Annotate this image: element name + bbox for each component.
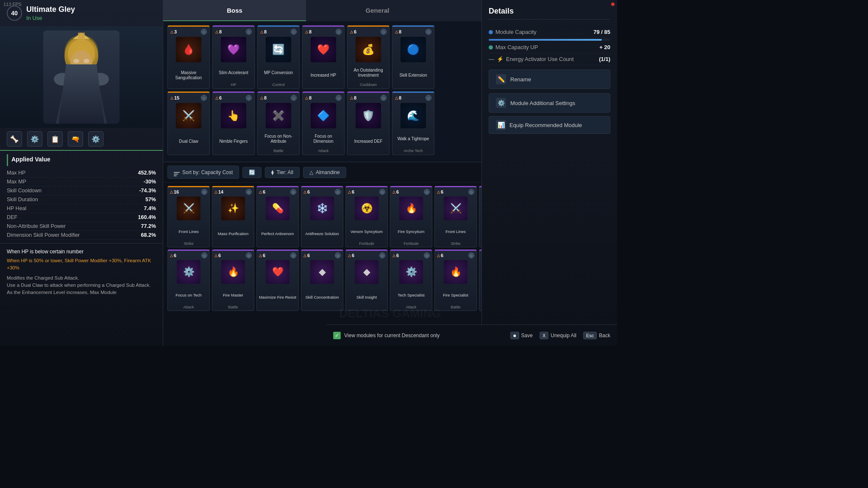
module-level: △ 3 [170, 29, 177, 35]
rename-button[interactable]: ✏️ Rename [489, 69, 610, 89]
avail-icon: 💊 [266, 197, 289, 220]
equip-recommend-label: Equip Recommended Module [509, 122, 582, 128]
avail-socket-icon: ◇ [468, 252, 474, 258]
tier-button[interactable]: ⧫ Tier: All [265, 167, 300, 178]
tier-icon: ⧫ [271, 169, 274, 175]
module-card[interactable]: △ 8 ◇ 🛡️ Increased DEF [347, 92, 389, 155]
weapon-icon-2[interactable]: ⚙️ [27, 131, 42, 147]
avail-socket-icon: ◇ [424, 189, 430, 195]
equip-recommended-button[interactable]: 📊 Equip Recommended Module [489, 116, 610, 134]
level-arrow-icon: △ [350, 30, 353, 34]
stat-name: Non-Attribute Skill Power [7, 223, 66, 229]
module-card[interactable]: △ 6 ◇ 👆 Nimble Fingers [212, 92, 255, 155]
level-number: 3 [174, 29, 177, 34]
avail-icon: ⚙️ [177, 260, 200, 284]
level-arrow-icon: △ [260, 96, 263, 100]
level-number: 8 [264, 95, 267, 100]
svg-marker-7 [77, 79, 86, 92]
stat-row: Skill Cooldown-74.3% [7, 186, 156, 195]
module-icon: 🌊 [401, 103, 426, 128]
available-module-card[interactable]: △ 14 ◇ ✨ Mass Purification [212, 186, 254, 247]
available-module-card[interactable]: △ 6 ◇ ◆ Skill Insight [345, 250, 388, 311]
max-capacity-label: Max Capacity UP [489, 44, 538, 50]
unequip-all-action[interactable]: X Unequip All [540, 332, 576, 339]
module-card[interactable]: △ 8 ◇ 🔄 MP Conversion Control [257, 25, 300, 89]
module-card[interactable]: △ 8 ◇ 💜 Stim Accelerant HP [212, 25, 255, 89]
level-arrow-icon: △ [170, 30, 173, 34]
weapon-icon-4[interactable]: 🔫 [68, 131, 83, 147]
weapon-icons-row: 🦴 ⚙️ 📋 🔫 ⚙️ [0, 128, 163, 150]
capacity-fill [489, 39, 602, 41]
module-level: △ 8 [305, 95, 312, 101]
weapon-icon-3[interactable]: 📋 [47, 131, 63, 147]
back-label: Back [599, 333, 610, 338]
available-module-card[interactable]: △ 16 ◇ ⚔️ Front Lines Strike [167, 186, 210, 247]
module-card[interactable]: △ 15 ◇ ⚔️ Dual Claw [167, 92, 210, 155]
sort-button[interactable]: Sort by: Capacity Cost [167, 166, 239, 179]
weapon-icon-5[interactable]: ⚙️ [88, 131, 103, 147]
avail-socket-icon: ◇ [379, 189, 385, 195]
available-module-card[interactable]: △ 6 ◇ ☣️ Venom Syncytium Fortitude [345, 186, 388, 247]
avail-icon: ⚔️ [177, 197, 200, 220]
available-module-card[interactable]: △ 6 ◇ ⚙️ Tech Specialist Attack [390, 250, 432, 311]
avail-arrow-icon: △ [392, 253, 395, 258]
character-level: 40 [7, 6, 22, 21]
module-card[interactable]: △ 8 ◇ 🔷 Focus on Dimension Attack [302, 92, 345, 155]
socket-icon: ◇ [426, 29, 431, 35]
available-module-card[interactable]: △ 6 ◇ ◆ Skill Concentration [301, 250, 343, 311]
available-module-card[interactable]: △ 6 ◇ 💊 Perfect Antivenom [256, 186, 299, 247]
stat-value: -74.3% [139, 188, 156, 194]
checkbox-item[interactable]: ✓ View modules for current Descendant on… [333, 332, 440, 339]
module-type: Control [272, 83, 284, 87]
available-module-card[interactable]: △ 6 ◇ ⚙️ Focus on Tech Attack [167, 250, 210, 311]
available-module-card[interactable]: △ 6 ◇ ❄️ Antifreeze Solution [301, 186, 343, 247]
weapon-icon-1[interactable]: 🦴 [7, 131, 22, 147]
checkbox[interactable]: ✓ [333, 332, 341, 339]
energy-activator-row: — ⚡ Energy Activator Use Count (1/1) [489, 53, 610, 65]
available-module-card[interactable]: △ 6 ◇ 🔥 Fire Syncytium Fortitude [390, 186, 432, 247]
avail-level-num: 6 [307, 189, 310, 194]
module-name: Skill Extension [399, 64, 427, 87]
module-icon: 🔷 [311, 103, 336, 128]
in-use-label: In Use [26, 15, 75, 21]
available-module-card[interactable]: △ 6 ◇ 🔥 Fire Master Battle [212, 250, 254, 311]
module-card-header: △ 8 ◇ [259, 94, 298, 101]
sort-label: Sort by: Capacity Cost [182, 169, 233, 175]
refresh-button[interactable]: 🔄 [242, 167, 262, 178]
module-card[interactable]: △ 8 ◇ ❤️ Increased HP [302, 25, 345, 89]
available-module-card[interactable]: △ 6 ◇ 🔥 Fire Specialist Battle [434, 250, 477, 311]
tab-general[interactable]: General [306, 0, 449, 21]
back-action[interactable]: Esc Back [583, 332, 610, 339]
rename-label: Rename [510, 76, 531, 83]
svg-point-9 [83, 59, 89, 63]
module-card[interactable]: △ 8 ◇ 🔵 Skill Extension [392, 25, 434, 89]
fps-counter: 113 FPS [3, 2, 22, 7]
save-action[interactable]: ■ Save [510, 332, 533, 339]
module-card[interactable]: △ 8 ◇ ✖️ Focus on Non-Attribute Battle [257, 92, 300, 155]
module-additional-button[interactable]: ⚙️ Module Additional Settings [489, 93, 610, 113]
available-module-card[interactable]: △ 6 ◇ ⚔️ Front Lines Strike [434, 186, 477, 247]
details-title: Details [489, 7, 610, 19]
avail-icon: ◆ [355, 260, 378, 284]
module-type: Battle [273, 149, 283, 153]
module-icon: 🔄 [266, 37, 291, 62]
avail-level-num: 6 [441, 189, 443, 194]
module-name: An Outstanding Investment [349, 64, 387, 82]
module-level: △ 6 [215, 95, 222, 101]
module-card-header: △ 8 ◇ [304, 94, 342, 101]
avail-level-num: 6 [174, 253, 176, 258]
avail-level: △ 6 [170, 252, 176, 258]
portrait-image [43, 30, 120, 124]
avail-header: △ 6 ◇ [392, 252, 431, 259]
almandine-button[interactable]: △ Almandine [303, 167, 346, 178]
module-card[interactable]: △ 6 ◇ 💰 An Outstanding Investment Cooldo… [347, 25, 389, 89]
stat-name: Skill Duration [7, 197, 38, 202]
avail-name: Fire Master [223, 285, 243, 305]
available-module-card[interactable]: △ 6 ◇ ❤️ Maximize Fire Resist [256, 250, 299, 311]
module-card[interactable]: △ 8 ◇ 🌊 Walk a Tightrope Arche Tech [392, 92, 434, 155]
tab-boss[interactable]: Boss [163, 0, 306, 21]
avail-level: △ 6 [259, 252, 265, 258]
level-arrow-icon: △ [215, 96, 218, 100]
module-card-header: △ 6 ◇ [214, 94, 253, 101]
module-card[interactable]: △ 3 ◇ 🩸 Massive Sanguification [167, 25, 210, 89]
